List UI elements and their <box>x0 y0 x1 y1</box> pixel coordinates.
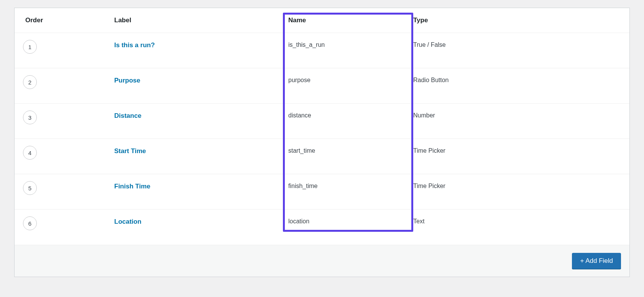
row-label-cell: Location <box>114 210 268 234</box>
table-row[interactable]: 4Start Timestart_timeTime Picker <box>15 139 629 174</box>
header-label: Label <box>114 8 268 33</box>
row-label-cell: Purpose <box>114 68 268 93</box>
row-type-cell: True / False <box>413 33 629 57</box>
fields-footer: + Add Field <box>15 245 629 277</box>
row-name-cell: purpose <box>268 68 413 92</box>
row-label-cell: Start Time <box>114 139 268 163</box>
row-order-cell: 6 <box>15 210 114 230</box>
field-label-link[interactable]: Is this a run? <box>114 41 155 49</box>
fields-header-row: Order Label Name Type <box>15 8 629 33</box>
row-order-cell: 4 <box>15 139 114 160</box>
row-type-cell: Number <box>413 104 629 127</box>
row-type-cell: Text <box>413 210 629 233</box>
add-field-button[interactable]: + Add Field <box>572 253 621 269</box>
field-label-link[interactable]: Distance <box>114 112 141 119</box>
row-label-cell: Is this a run? <box>114 33 268 58</box>
row-name-cell: location <box>268 210 413 233</box>
order-badge[interactable]: 4 <box>23 146 37 160</box>
row-name-cell: finish_time <box>268 174 413 198</box>
table-row[interactable]: 6LocationlocationText <box>15 210 629 245</box>
row-type-cell: Time Picker <box>413 174 629 198</box>
table-row[interactable]: 3DistancedistanceNumber <box>15 104 629 139</box>
field-label-link[interactable]: Purpose <box>114 77 140 84</box>
fields-wrapper: Order Label Name Type 1Is this a run?is_… <box>14 8 630 277</box>
fields-rows-container: 1Is this a run?is_this_a_runTrue / False… <box>15 33 629 245</box>
table-row[interactable]: 2PurposepurposeRadio Button <box>15 68 629 104</box>
field-label-link[interactable]: Location <box>114 218 141 225</box>
field-label-link[interactable]: Finish Time <box>114 183 150 190</box>
order-badge[interactable]: 3 <box>23 111 37 124</box>
row-type-cell: Radio Button <box>413 68 629 92</box>
row-name-cell: start_time <box>268 139 413 163</box>
row-order-cell: 1 <box>15 33 114 54</box>
order-badge[interactable]: 6 <box>23 216 37 230</box>
row-type-cell: Time Picker <box>413 139 629 163</box>
row-label-cell: Distance <box>114 104 268 128</box>
row-order-cell: 5 <box>15 174 114 195</box>
row-label-cell: Finish Time <box>114 174 268 199</box>
row-name-cell: distance <box>268 104 413 127</box>
row-order-cell: 3 <box>15 104 114 124</box>
fields-table: Order Label Name Type 1Is this a run?is_… <box>14 8 630 277</box>
table-row[interactable]: 1Is this a run?is_this_a_runTrue / False <box>15 33 629 68</box>
order-badge[interactable]: 2 <box>23 75 37 89</box>
header-order: Order <box>15 8 114 33</box>
order-badge[interactable]: 1 <box>23 40 37 54</box>
row-name-cell: is_this_a_run <box>268 33 413 57</box>
field-label-link[interactable]: Start Time <box>114 147 146 155</box>
header-type: Type <box>413 8 629 33</box>
table-row[interactable]: 5Finish Timefinish_timeTime Picker <box>15 174 629 210</box>
header-name: Name <box>268 8 413 33</box>
row-order-cell: 2 <box>15 68 114 89</box>
order-badge[interactable]: 5 <box>23 181 37 195</box>
